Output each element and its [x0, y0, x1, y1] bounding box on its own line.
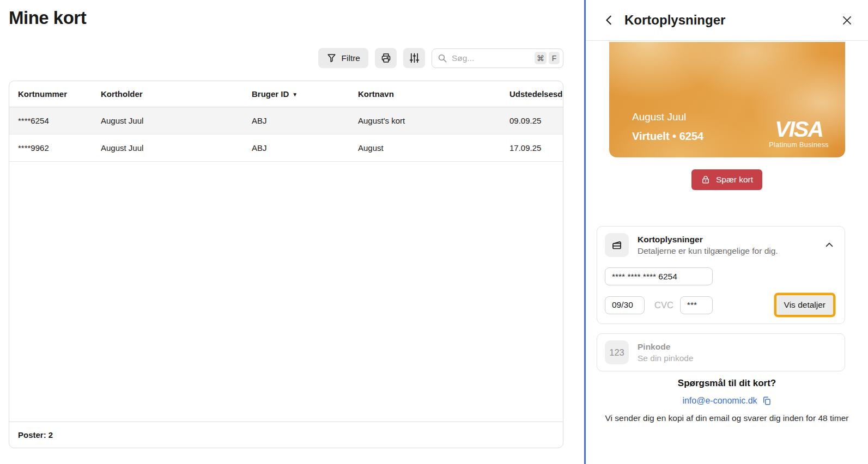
search-input[interactable]: [452, 53, 532, 63]
cell-kortnummer: ****9962: [9, 143, 92, 152]
shortcut-key-badge: F: [549, 52, 560, 64]
filter-funnel-icon: [326, 53, 337, 63]
email-text: info@e-conomic.dk: [682, 396, 757, 406]
card-number-field[interactable]: [605, 267, 713, 285]
lock-icon: [701, 175, 711, 185]
chevron-left-icon: [603, 14, 615, 26]
block-card-label: Spær kort: [716, 175, 753, 185]
expiry-field[interactable]: [605, 296, 645, 314]
expiry-cvc-row: CVC Vis detaljer: [605, 295, 837, 315]
card-type-line: Virtuelt • 6254: [632, 130, 703, 143]
pin-title: Pinkode: [638, 342, 837, 352]
toolbar: Filtre ⌘ F: [0, 48, 563, 68]
cards-table: Kortnummer Kortholder Bruger ID▼ Kortnav…: [9, 81, 563, 448]
close-button[interactable]: [840, 14, 854, 27]
cell-kortholder: August Juul: [92, 143, 243, 152]
filter-button-label: Filtre: [342, 53, 360, 63]
cvc-field[interactable]: [680, 296, 713, 314]
footer-question: Spørgsmål til dit kort?: [601, 378, 853, 389]
filter-button[interactable]: Filtre: [318, 48, 368, 68]
main-content: Mine kort Filtre ⌘ F: [0, 0, 584, 464]
visa-logo: VISA Platinum Business: [769, 118, 829, 149]
pin-subtitle: Se din pinkode: [638, 353, 837, 363]
pin-123-icon: 123: [605, 340, 629, 364]
panel-footer: Spørgsmål til dit kort? info@e-conomic.d…: [586, 378, 868, 424]
panel-title: Kortoplysninger: [624, 13, 725, 28]
visa-tier-text: Platinum Business: [769, 141, 829, 149]
table-row[interactable]: ****9962 August Juul ABJ August 17.09.25: [9, 135, 563, 162]
search-box[interactable]: ⌘ F: [432, 48, 563, 68]
cell-bruger-id: ABJ: [243, 116, 349, 125]
sort-desc-icon: ▼: [292, 91, 298, 97]
support-email-link[interactable]: info@e-conomic.dk: [682, 396, 771, 406]
sliders-icon: [409, 52, 420, 64]
cell-udstedelsesdato: 09.09.25: [501, 116, 563, 125]
cell-kortnummer: ****6254: [9, 116, 92, 125]
chevron-up-icon: [824, 240, 835, 251]
print-button[interactable]: [375, 48, 397, 68]
cell-udstedelsesdato: 17.09.25: [501, 143, 563, 152]
table-empty-space: [9, 162, 563, 422]
cell-kortnavn: August: [349, 143, 501, 152]
card-details-section-header[interactable]: Kortoplysninger Detaljerne er kun tilgæn…: [605, 233, 837, 257]
card-details-title: Kortoplysninger: [638, 235, 822, 245]
cvc-label: CVC: [654, 300, 673, 310]
page-title: Mine kort: [9, 8, 86, 28]
printer-icon: [380, 52, 392, 64]
card-details-section: Kortoplysninger Detaljerne er kun tilgæn…: [597, 226, 845, 324]
footer-note: Vi sender dig en kopi af din email og sv…: [601, 412, 853, 424]
card-details-subtitle: Detaljerne er kun tilgængelige for dig.: [638, 246, 822, 256]
credit-card-visual: August Juul Virtuelt • 6254 VISA Platinu…: [609, 42, 845, 157]
card-details-panel: Kortoplysninger August Juul Virtuelt • 6…: [584, 0, 868, 464]
show-details-button[interactable]: Vis detaljer: [776, 295, 833, 315]
copy-icon: [762, 396, 772, 406]
table-header-row: Kortnummer Kortholder Bruger ID▼ Kortnav…: [9, 81, 563, 107]
close-icon: [841, 15, 853, 26]
search-icon: [438, 53, 447, 63]
cell-kortnavn: August's kort: [349, 116, 501, 125]
back-button[interactable]: [602, 13, 616, 27]
column-header-udstedelsesdato[interactable]: Udstedelsesdato: [501, 89, 563, 99]
column-header-kortnummer[interactable]: Kortnummer: [9, 89, 92, 99]
cell-kortholder: August Juul: [92, 116, 243, 125]
block-card-button[interactable]: Spær kort: [691, 169, 762, 190]
cards-icon: [605, 233, 629, 257]
visa-brand-text: VISA: [769, 118, 829, 141]
column-header-kortholder[interactable]: Kortholder: [92, 89, 243, 99]
collapse-section-button[interactable]: [822, 237, 837, 253]
pin-code-section[interactable]: 123 Pinkode Se din pinkode: [597, 333, 845, 371]
cell-bruger-id: ABJ: [243, 143, 349, 152]
panel-header: Kortoplysninger: [586, 0, 868, 41]
column-settings-button[interactable]: [403, 48, 425, 68]
table-row[interactable]: ****6254 August Juul ABJ August's kort 0…: [9, 107, 563, 135]
shortcut-cmd-badge: ⌘: [535, 52, 547, 64]
table-footer: Poster: 2: [9, 422, 563, 448]
column-header-bruger-id[interactable]: Bruger ID▼: [243, 89, 349, 99]
card-holder-name: August Juul: [632, 111, 686, 123]
column-header-kortnavn[interactable]: Kortnavn: [349, 89, 501, 99]
